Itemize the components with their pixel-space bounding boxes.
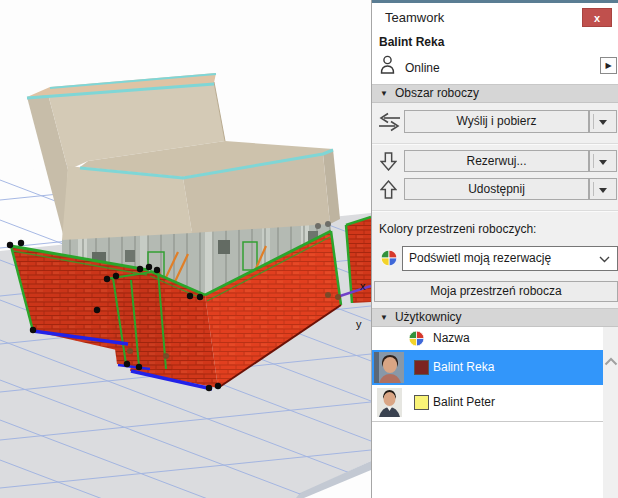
teamwork-panel: Teamwork x Balint Reka Online ▶ ▼Obszar … [371,0,618,498]
collapse-triangle-icon: ▼ [380,309,388,326]
expand-details-button[interactable]: ▶ [600,57,617,74]
send-receive-icon [377,112,402,135]
separator [372,210,618,212]
reserve-icon [380,152,397,174]
user-row-balint-peter[interactable]: Balint Peter [372,385,603,420]
user-color-swatch [414,395,429,410]
highlight-mode-value: Podświetl moją rezerwację [409,251,551,265]
release-icon [380,180,397,202]
building-upper-massing [27,73,340,240]
user-color-column-icon [408,330,425,350]
reserve-dropdown[interactable] [589,150,617,172]
panel-title: Teamwork [385,10,444,25]
section-label: Obszar roboczy [395,86,479,100]
send-receive-dropdown[interactable] [589,110,617,133]
user-row-balint-reka[interactable]: Balint Reka [372,350,603,385]
user-name: Balint Reka [433,360,494,374]
release-dropdown[interactable] [589,178,617,200]
my-workspace-button[interactable]: Moja przestrzeń robocza [374,281,618,302]
3d-scene [0,0,371,498]
users-table-header: Nazwa [372,327,603,350]
section-header-workspace[interactable]: ▼Obszar roboczy [372,84,618,103]
send-receive-button[interactable]: Wyślij i pobierz [404,110,589,133]
scroll-up-icon [604,357,618,366]
3d-viewport[interactable]: x y [0,0,371,498]
users-scrollbar[interactable] [603,327,618,498]
user-avatar [377,388,402,420]
highlight-mode-select[interactable]: Podświetl moją rezerwację [402,246,618,271]
workspace-colors-icon [380,249,398,270]
reserve-button[interactable]: Rezerwuj... [404,150,589,172]
status-text: Online [405,61,440,75]
close-button[interactable]: x [582,8,612,27]
user-status-icon [379,55,396,78]
separator [372,143,618,145]
workspace-colors-label: Kolory przestrzeni roboczych: [379,222,536,236]
release-button[interactable]: Udostępnij [404,178,589,200]
name-column-header: Nazwa [433,331,470,345]
table-divider [372,421,603,422]
section-header-users[interactable]: ▼Użytkownicy [372,308,618,327]
collapse-triangle-icon: ▼ [380,85,388,102]
current-user-name: Balint Reka [379,35,444,49]
user-color-swatch [414,360,429,375]
users-table: Nazwa Balint Reka [372,327,603,498]
axis-label-x: x [360,280,366,292]
user-name: Balint Peter [433,395,495,409]
section-label: Użytkownicy [395,310,462,324]
axis-label-y: y [356,318,362,330]
combo-chevron-icon [599,256,610,263]
user-avatar [374,352,404,386]
